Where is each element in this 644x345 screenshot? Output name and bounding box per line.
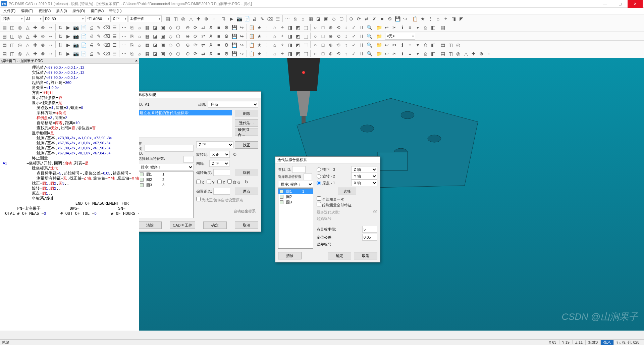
toolbar-icon[interactable]: ⌖ [279, 33, 286, 40]
sort-select[interactable]: 排序: 程序 ↑ [139, 164, 194, 170]
menu-operate[interactable]: 操作(O) [70, 8, 87, 14]
toolbar-icon[interactable]: ◪ [151, 33, 159, 40]
toolbar-icon[interactable]: ✂ [391, 41, 398, 49]
origin-button[interactable]: 原点 [235, 188, 258, 195]
toolbar-icon[interactable]: 📷 [235, 15, 243, 22]
list-item[interactable]: 圆33 [139, 182, 193, 188]
toolbar-icon[interactable]: ◎ [16, 24, 23, 31]
toolbar-icon[interactable]: ◎ [16, 50, 23, 57]
toolbar-icon[interactable]: 🔍 [366, 50, 373, 57]
toolbar-icon[interactable]: ↪ [238, 41, 246, 49]
rotate-axis[interactable]: Y 轴 [351, 173, 377, 180]
toolbar-icon[interactable]: 📁 [375, 41, 383, 49]
toolbar-icon[interactable]: ✚ [32, 41, 39, 49]
toolbar-icon[interactable]: ★ [256, 50, 263, 57]
iterate-button[interactable]: 迭代法… [235, 119, 258, 127]
minimize-button[interactable]: — [597, 0, 612, 8]
d2-ok-button[interactable]: 确定 [328, 252, 351, 259]
toolbar-icon[interactable]: ◇ [167, 41, 174, 49]
auto-checkbox[interactable] [227, 179, 232, 184]
toolbar-icon[interactable]: ✚ [32, 24, 39, 31]
toolbar-icon[interactable]: 📁 [375, 33, 383, 40]
toolbar-icon[interactable]: ✗ [207, 50, 215, 57]
toolbar-icon[interactable]: ↔ [210, 15, 218, 22]
level-button[interactable]: 找正 [235, 141, 258, 149]
toolbar-icon[interactable]: ⚙ [223, 24, 230, 31]
x-checkbox[interactable] [196, 180, 201, 184]
toolbar-icon[interactable]: ✓ [350, 41, 358, 49]
toolbar-icon[interactable]: ≡ [406, 24, 414, 31]
toolbar-icon[interactable]: ↩ [383, 24, 390, 31]
toolbar-icon[interactable]: ▤ [1, 50, 8, 57]
d2-feature-list[interactable]: 圆11圆2圆3 [278, 188, 313, 249]
list-item[interactable]: 圆22 [139, 177, 193, 182]
toolbar-icon[interactable]: ⌂ [271, 50, 278, 57]
toolbar-icon[interactable]: ⊗ [478, 50, 485, 57]
delete-button[interactable]: 删除 [235, 110, 258, 117]
toolbar-icon[interactable]: ⬚ [302, 33, 309, 40]
toolbar-icon[interactable]: ⌕ [136, 41, 143, 49]
toolbar-icon[interactable]: 📋 [248, 50, 255, 57]
toolbar-icon[interactable]: ⎙ [422, 50, 429, 57]
toolbar-icon[interactable]: ⌖ [442, 15, 449, 22]
toolbar-icon[interactable]: ◇ [167, 33, 174, 40]
toolbar-icon[interactable]: ✚ [470, 50, 477, 57]
select-button[interactable]: 选择 [338, 188, 356, 195]
level-axis[interactable]: Z 轴 [351, 166, 377, 173]
around-select[interactable]: Z 正 [209, 160, 229, 167]
toolbar-icon[interactable]: ⋮ [263, 33, 271, 40]
cancel-button[interactable]: 取消 [235, 221, 258, 229]
toolbar-icon[interactable]: ◧ [429, 50, 437, 57]
toolbar-icon[interactable]: ⬡ [174, 24, 182, 31]
y-checkbox[interactable] [207, 180, 211, 184]
level-radio[interactable] [317, 167, 321, 172]
toolbar-icon[interactable]: ⬚ [302, 50, 309, 57]
toolbar-icon[interactable]: ✂ [391, 50, 398, 57]
list-item[interactable]: 圆2 [278, 194, 313, 199]
origin-radio[interactable] [317, 181, 321, 185]
toolbar-icon[interactable]: ▶ [228, 15, 235, 22]
toolbar-icon[interactable]: 📄 [80, 50, 87, 57]
toolbar-icon[interactable]: ↪ [238, 33, 246, 40]
toolbar-icon[interactable]: ⏸ [358, 50, 365, 57]
toolbar-icon[interactable]: ↔ [47, 50, 54, 57]
offset-angle-input[interactable] [213, 169, 230, 176]
toolbar-icon[interactable]: ⟲ [335, 41, 342, 49]
toolbar-icon[interactable]: ◨ [286, 41, 294, 49]
toolbar-icon[interactable]: ⟳ [192, 24, 199, 31]
toolbar-icon[interactable]: ⌕ [299, 15, 307, 22]
toolbar-icon[interactable]: ▶ [64, 24, 72, 31]
toolbar-icon[interactable]: ◫ [8, 41, 16, 49]
toolbar-icon[interactable]: ○ [312, 24, 319, 31]
origin-plus-icon[interactable]: ↻ [243, 178, 250, 186]
toolbar-icon[interactable]: ◫ [447, 41, 454, 49]
toolbar-icon[interactable]: ⇄ [200, 24, 207, 31]
toolbar-icon[interactable]: ⟲ [335, 33, 342, 40]
toolbar-icon[interactable]: ☰ [274, 15, 281, 22]
menu-window[interactable]: 窗口(W) [89, 8, 106, 14]
toolbar-icon[interactable]: ◇ [330, 15, 337, 22]
toolbar-icon[interactable]: ◇ [167, 50, 174, 57]
toolbar-icon[interactable]: ⟳ [192, 41, 199, 49]
toolbar-icon[interactable]: ⬚ [302, 41, 309, 49]
ok-button[interactable]: 确定 [203, 221, 227, 229]
toolbar-icon[interactable]: ⎘ [291, 15, 299, 22]
toolbar-icon[interactable]: ☰ [111, 33, 118, 40]
maximize-button[interactable]: ▢ [612, 0, 628, 8]
toolbar-icon[interactable]: 🖨 [88, 33, 95, 40]
toolbar-icon[interactable]: ⌫ [103, 33, 110, 40]
toolbar-icon[interactable]: 📋 [248, 33, 255, 40]
toolbar-icon[interactable]: ℹ [398, 41, 406, 49]
toolbar-icon[interactable]: 📋 [248, 41, 255, 49]
toolbar-icon[interactable]: ⇅ [57, 50, 64, 57]
toolbar-icon[interactable]: ✎ [95, 33, 103, 40]
toolbar-icon[interactable]: ⇄ [200, 33, 207, 40]
d2-cancel-button[interactable]: 取消 [354, 252, 377, 259]
toolbar-icon[interactable]: ⋮ [427, 15, 434, 22]
toolbar-icon[interactable]: ▤ [439, 24, 446, 31]
toolbar-icon[interactable]: ⊖ [184, 50, 192, 57]
toolbar-icon[interactable]: ▤ [439, 50, 446, 57]
toolbar-icon[interactable]: 🖨 [88, 50, 95, 57]
toolbar-icon[interactable]: ↩ [383, 41, 390, 49]
d2-sort-select[interactable]: 排序: 程序 ↑ [278, 181, 313, 188]
